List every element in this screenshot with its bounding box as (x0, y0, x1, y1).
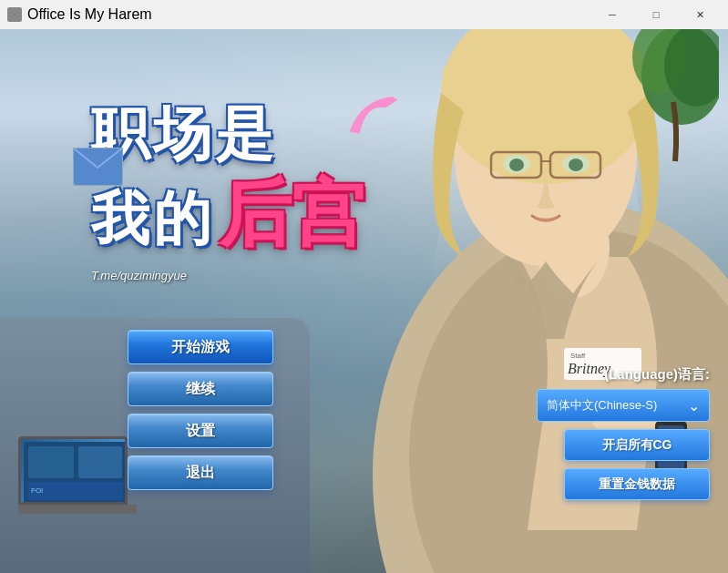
game-title: 职场是 我的 后宫 T.me/quzimingyue (91, 102, 364, 282)
laptop: FOI (18, 436, 137, 518)
title-subtitle: T.me/quzimingyue (91, 269, 364, 282)
titlebar-controls: ─ □ ✕ (591, 0, 721, 29)
unlock-cg-button[interactable]: 开启所有CG (564, 429, 710, 461)
reset-money-button[interactable]: 重置金钱数据 (564, 468, 710, 500)
titlebar-title: Office Is My Harem (27, 6, 152, 23)
app-icon (7, 7, 22, 22)
envelope-icon (73, 148, 123, 189)
title-text-line1: 职场是 (91, 102, 364, 166)
close-button[interactable]: ✕ (679, 0, 721, 29)
svg-rect-2 (78, 446, 122, 478)
maximize-button[interactable]: □ (635, 0, 677, 29)
office-plant (610, 29, 719, 169)
svg-point-15 (509, 159, 524, 171)
language-label: (Language)语言: (604, 366, 710, 384)
titlebar: Office Is My Harem ─ □ ✕ (0, 0, 728, 29)
svg-point-16 (569, 159, 583, 171)
quit-button[interactable]: 退出 (128, 455, 273, 490)
language-dropdown[interactable]: 简体中文(Chinese-S) ⌄ (537, 389, 710, 422)
start-game-button[interactable]: 开始游戏 (128, 330, 273, 364)
titlebar-left: Office Is My Harem (7, 6, 152, 23)
minimize-button[interactable]: ─ (591, 0, 633, 29)
laptop-screen: FOI (18, 436, 128, 505)
svg-text:Staff: Staff (570, 352, 586, 360)
title-text-line2: 我的 后宫 (91, 166, 364, 264)
language-section: (Language)语言: 简体中文(Chinese-S) ⌄ (537, 366, 710, 422)
game-area: FOI (0, 29, 728, 573)
svg-text:FOI: FOI (31, 486, 43, 495)
continue-button[interactable]: 继续 (128, 372, 273, 406)
svg-rect-1 (28, 446, 74, 478)
right-panel: (Language)语言: 简体中文(Chinese-S) ⌄ 开启所有CG 重… (537, 366, 710, 500)
laptop-base (18, 505, 137, 514)
menu-buttons: 开始游戏 继续 设置 退出 (128, 330, 273, 490)
settings-button[interactable]: 设置 (128, 414, 273, 448)
dropdown-arrow-icon: ⌄ (688, 397, 700, 414)
language-selected-text: 简体中文(Chinese-S) (547, 397, 657, 414)
